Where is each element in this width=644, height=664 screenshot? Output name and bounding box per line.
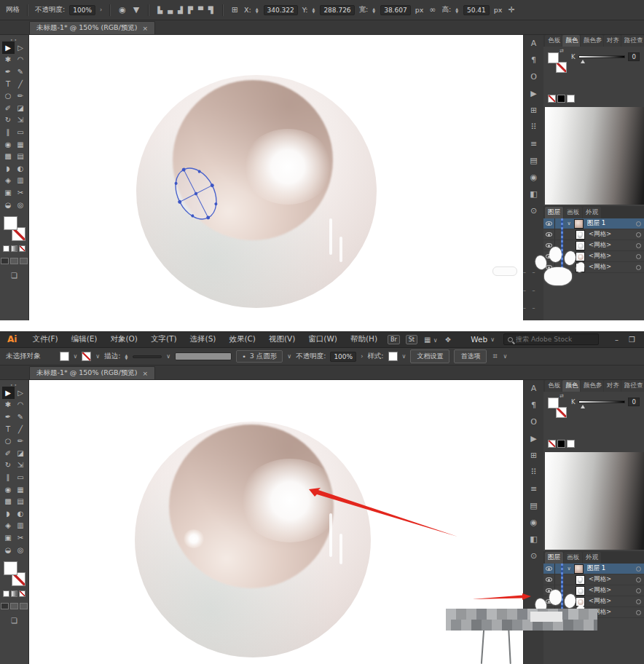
- style-swatch[interactable]: [388, 352, 398, 361]
- tool-mesh[interactable]: ▩: [2, 495, 15, 507]
- opacity-value[interactable]: 100%: [69, 5, 95, 15]
- layer-name[interactable]: <网格>: [589, 230, 636, 239]
- stroke-chevron[interactable]: ∨: [95, 353, 100, 360]
- swatch-white[interactable]: [567, 95, 575, 103]
- icon-align-bottom[interactable]: ▜: [207, 7, 215, 14]
- illustrator-logo[interactable]: Ai: [7, 334, 17, 344]
- icon-align-vertical-center[interactable]: ▀: [197, 7, 205, 14]
- tool-pen[interactable]: ✒: [2, 411, 15, 423]
- dock-gradient-panel[interactable]: ▤: [527, 157, 541, 165]
- artboard-canvas[interactable]: [29, 35, 523, 320]
- dock-appearance-panel[interactable]: ◧: [527, 535, 541, 544]
- tool-slice[interactable]: ✂: [15, 186, 27, 199]
- dock-transparency-panel[interactable]: ◉: [527, 173, 541, 182]
- width-value[interactable]: 38.607: [380, 5, 411, 15]
- dock-stroke-panel[interactable]: ≡: [527, 140, 541, 149]
- layer-name[interactable]: <网格>: [589, 597, 636, 606]
- tool-gradient[interactable]: ▤: [15, 150, 27, 162]
- tool-paintbrush[interactable]: ✏: [15, 90, 27, 102]
- tool-symbol-sprayer[interactable]: ◈: [2, 175, 15, 187]
- fill-swatch-white[interactable]: [548, 398, 559, 408]
- k-slider-track[interactable]: [578, 55, 625, 58]
- stroke-swatch[interactable]: [82, 352, 91, 361]
- fill-stroke-swatches[interactable]: [4, 561, 25, 586]
- dock-character-panel[interactable]: A: [527, 39, 541, 48]
- fill-stroke-swatches[interactable]: [4, 216, 25, 241]
- opacity-value[interactable]: 100%: [330, 352, 356, 362]
- none-button[interactable]: [19, 245, 25, 252]
- tool-eyedropper[interactable]: ◗: [2, 162, 15, 175]
- tool-scale[interactable]: ⇲: [15, 459, 27, 472]
- screen-mode-icon[interactable]: ❏: [11, 617, 17, 625]
- layer-name[interactable]: <网格>: [589, 575, 636, 584]
- layer-name[interactable]: 图层 1: [587, 219, 636, 228]
- brush-preview[interactable]: [175, 352, 232, 360]
- fill-swatch[interactable]: [60, 352, 69, 361]
- tool-scale[interactable]: ⇲: [15, 114, 27, 127]
- tool-eyedropper[interactable]: ◗: [2, 507, 15, 520]
- fill-swatch-white[interactable]: [4, 561, 17, 575]
- draw-normal-button[interactable]: [1, 603, 9, 609]
- tool-zoom[interactable]: ◎: [15, 544, 27, 556]
- tool-type[interactable]: T: [2, 78, 15, 90]
- pixel-grid-icon[interactable]: ⊞: [230, 5, 240, 15]
- expand-chevron[interactable]: ∨: [564, 221, 574, 226]
- tool-rotate[interactable]: ↻: [2, 114, 15, 127]
- layer-name[interactable]: 图层 1: [587, 564, 636, 573]
- search-input[interactable]: [516, 336, 594, 343]
- none-button[interactable]: [19, 590, 25, 597]
- tool-curvature[interactable]: ✎: [15, 66, 27, 78]
- tool-gradient[interactable]: ▤: [15, 495, 27, 507]
- layer-name[interactable]: <网格>: [589, 252, 636, 261]
- tool-pencil[interactable]: ✐: [2, 447, 15, 459]
- visibility-toggle[interactable]: [543, 564, 555, 574]
- tool-width[interactable]: ∥: [2, 471, 15, 483]
- y-stepper[interactable]: ▲▼: [313, 7, 315, 13]
- tool-ellipse[interactable]: ○: [2, 90, 15, 102]
- layer-row[interactable]: ∨ 图层 1: [543, 564, 644, 574]
- document-tab[interactable]: 未标题-1* @ 150% (RGB/预览) ×: [29, 21, 155, 34]
- k-slider-track[interactable]: [578, 400, 625, 403]
- expand-chevron[interactable]: ∨: [564, 566, 574, 572]
- tool-hand[interactable]: ◒: [2, 199, 15, 211]
- y-value[interactable]: 288.726: [320, 5, 354, 15]
- tool-free-transform[interactable]: ▭: [15, 126, 27, 138]
- tool-hand[interactable]: ◒: [2, 544, 15, 556]
- stroke-weight-value[interactable]: [133, 355, 162, 358]
- dock-opentype-panel[interactable]: O: [527, 418, 541, 427]
- icon-align-left[interactable]: ▙: [156, 7, 164, 14]
- tool-direct-selection[interactable]: ▷: [15, 42, 27, 54]
- k-slider-thumb[interactable]: [581, 405, 585, 408]
- preferences-icon[interactable]: ⌗: [491, 352, 498, 361]
- tool-mesh[interactable]: ▩: [2, 150, 15, 162]
- tool-perspective-grid[interactable]: ▦: [15, 138, 27, 151]
- color-button[interactable]: [3, 245, 9, 252]
- dock-appearance-panel[interactable]: ◧: [527, 190, 541, 199]
- brush-definition[interactable]: • 3 点圆形: [236, 350, 283, 363]
- dock-character-panel[interactable]: A: [527, 384, 541, 393]
- stroke-swatch-none[interactable]: [556, 407, 567, 418]
- shape-mode-icon[interactable]: ▼: [132, 5, 141, 15]
- visibility-toggle[interactable]: [543, 218, 555, 229]
- layer-name[interactable]: <网格>: [589, 241, 636, 250]
- style-chevron[interactable]: ∨: [402, 353, 407, 360]
- swatch-black[interactable]: [557, 95, 565, 103]
- stroke-weight-chevron[interactable]: ∨: [166, 353, 170, 360]
- minimize-button[interactable]: –: [610, 336, 623, 344]
- opacity-chevron[interactable]: ›: [361, 353, 363, 360]
- layer-name[interactable]: <网格>: [589, 263, 636, 272]
- dock-actions-panel[interactable]: ▶: [527, 90, 541, 98]
- icon-align-horizontal-center[interactable]: ▄: [166, 7, 174, 14]
- dock-symbols-panel[interactable]: ⊙: [527, 552, 541, 561]
- gradient-button[interactable]: [11, 245, 17, 252]
- swatch-black[interactable]: [557, 440, 565, 448]
- target-circle[interactable]: [636, 265, 641, 270]
- x-value[interactable]: 340.322: [264, 5, 298, 15]
- link-dimensions-icon[interactable]: ∞: [428, 5, 437, 15]
- width-stepper[interactable]: ▲▼: [372, 7, 375, 13]
- dock-pattern-panel[interactable]: ⠿: [527, 123, 541, 132]
- dock-opentype-panel[interactable]: O: [527, 73, 541, 82]
- dock-pattern-panel[interactable]: ⠿: [527, 468, 541, 477]
- draw-behind-button[interactable]: [10, 603, 18, 609]
- style-circle-icon[interactable]: ◉: [117, 5, 127, 15]
